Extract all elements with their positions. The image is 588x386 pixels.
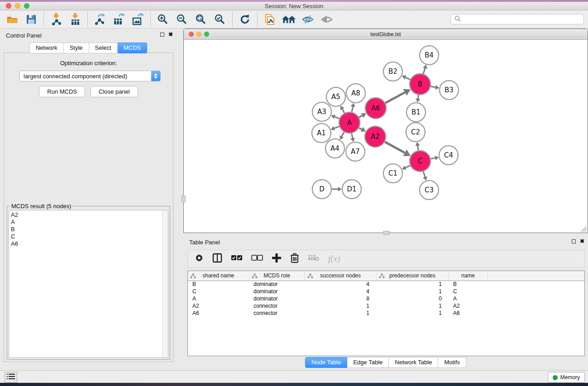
deselect-all-columns-button[interactable] — [251, 255, 263, 263]
export-image-icon — [132, 13, 144, 26]
close-table-panel-icon[interactable]: ✖ — [580, 239, 584, 243]
control-panel-title: Control Panel — [6, 32, 42, 39]
save-session-button[interactable] — [24, 13, 38, 26]
network-window-title: testGlobe.txt — [184, 31, 588, 38]
network-edge[interactable] — [418, 146, 419, 150]
show-graphics-details-button[interactable] — [320, 13, 334, 26]
table-row[interactable]: Bdominator41B — [188, 281, 584, 288]
show-columns-button[interactable] — [212, 253, 222, 265]
float-panel-icon[interactable] — [160, 33, 164, 37]
tab-mcds[interactable]: MCDS — [118, 43, 147, 53]
tab-network[interactable]: Network — [29, 43, 64, 53]
export-network-button[interactable] — [93, 13, 107, 26]
mcds-result-item[interactable]: B — [11, 226, 168, 233]
export-image-button[interactable] — [131, 13, 145, 26]
column-header-successor-nodes[interactable]: successor nodes — [305, 271, 376, 281]
column-header-mcds-role[interactable]: MCDS role — [249, 271, 305, 281]
import-network-button[interactable] — [49, 13, 63, 26]
float-table-panel-icon[interactable] — [572, 239, 576, 243]
zoom-in-button[interactable] — [156, 13, 170, 26]
network-edge[interactable] — [431, 158, 435, 159]
select-all-columns-button[interactable] — [231, 255, 243, 263]
node-label: B4 — [425, 51, 434, 59]
table-cell: 8 — [305, 295, 376, 302]
network-edge[interactable] — [335, 126, 339, 128]
table-cell: 1 — [305, 302, 376, 310]
network-edge[interactable] — [423, 172, 425, 177]
tab-style[interactable]: Style — [64, 43, 89, 53]
network-edge[interactable] — [406, 77, 411, 80]
mcds-result-item[interactable]: A2 — [11, 211, 168, 219]
zoom-out-button[interactable] — [175, 13, 189, 26]
network-edge[interactable] — [352, 133, 353, 138]
open-folder-icon — [6, 14, 19, 25]
horizontal-splitter-handle[interactable] — [383, 231, 390, 235]
column-header-name[interactable]: name — [449, 271, 488, 281]
zoom-in-icon — [157, 14, 169, 25]
network-edge[interactable] — [385, 142, 405, 152]
table-settings-button[interactable] — [195, 253, 204, 264]
import-table-button[interactable] — [68, 13, 82, 26]
network-edge[interactable] — [418, 95, 418, 99]
table-cell: B — [188, 281, 249, 288]
column-header-shared-name[interactable]: shared name — [188, 271, 249, 281]
network-edge[interactable] — [352, 107, 353, 112]
tab-select[interactable]: Select — [89, 43, 118, 53]
refresh-button[interactable] — [238, 13, 252, 26]
close-panel-icon[interactable]: ✖ — [168, 32, 173, 37]
zoom-fit-button[interactable] — [194, 13, 208, 26]
open-file-button[interactable] — [5, 13, 19, 26]
tab-network-table[interactable]: Network Table — [389, 357, 438, 368]
home-button[interactable] — [282, 13, 296, 26]
network-edge[interactable] — [406, 166, 410, 168]
memory-button[interactable]: Memory — [548, 372, 585, 383]
hide-graphics-button[interactable] — [301, 13, 315, 26]
column-header-predecessor-nodes[interactable]: predecessor nodes — [376, 271, 449, 281]
dropdown-stepper-icon — [151, 71, 160, 81]
tab-node-table[interactable]: Node Table — [305, 357, 348, 368]
mcds-result-item[interactable]: A — [11, 219, 168, 226]
node-label: A8 — [351, 89, 360, 97]
network-edge[interactable] — [423, 68, 425, 74]
resize-grip-icon[interactable] — [581, 226, 587, 232]
table-cell: 1 — [305, 310, 376, 317]
node-label: A3 — [317, 108, 326, 116]
table-row[interactable]: Cdominator41C — [188, 288, 584, 295]
mcds-result-title: MCDS result (5 nodes) — [10, 203, 72, 210]
network-edge[interactable] — [359, 128, 362, 129]
table-cell: connector — [249, 310, 305, 317]
mcds-result-item[interactable]: A6 — [11, 240, 168, 248]
create-column-button[interactable] — [272, 253, 282, 265]
zoom-selected-button[interactable] — [213, 13, 227, 26]
network-edge[interactable] — [335, 117, 339, 119]
delete-column-button[interactable] — [290, 253, 299, 265]
search-input[interactable] — [450, 14, 584, 24]
table-row[interactable]: A2connector11A2 — [188, 302, 584, 310]
tab-edge-table[interactable]: Edge Table — [347, 357, 389, 368]
result-scrollbar[interactable] — [162, 210, 168, 357]
network-edge[interactable] — [342, 132, 344, 137]
table-row[interactable]: A6connector11A6 — [188, 310, 584, 317]
desktop-wallpaper-bottom — [0, 383, 588, 386]
run-mcds-button[interactable]: Run MCDS — [39, 86, 85, 97]
mcds-result-item[interactable]: C — [11, 233, 168, 240]
vertical-splitter-handle[interactable] — [182, 195, 186, 202]
network-canvas[interactable]: B4B2BB3A5A8A6B1A3AA1C2A2A4A7C4CC1C3DD1 — [184, 40, 588, 233]
table-cell: dominator — [249, 295, 305, 302]
task-history-button[interactable] — [5, 372, 17, 383]
export-table-button[interactable] — [112, 13, 126, 26]
network-edge[interactable] — [359, 115, 362, 117]
criterion-dropdown[interactable]: largest connected component (directed) — [19, 71, 161, 81]
tab-motifs[interactable]: Motifs — [438, 357, 466, 368]
home-icon — [282, 14, 296, 25]
network-edge[interactable] — [385, 92, 405, 103]
network-edge[interactable] — [342, 109, 344, 113]
node-table[interactable]: shared name MCDS role successor nodes pr… — [187, 271, 585, 356]
table-row[interactable]: Adominator80A — [188, 295, 584, 302]
node-label: D1 — [347, 185, 356, 193]
duplicate-network-button[interactable] — [263, 13, 277, 26]
table-cell: dominator — [249, 281, 305, 288]
network-edge[interactable] — [431, 86, 436, 87]
table-toolbar: f(x) — [187, 250, 585, 268]
close-panel-button[interactable]: Close panel — [91, 86, 138, 97]
